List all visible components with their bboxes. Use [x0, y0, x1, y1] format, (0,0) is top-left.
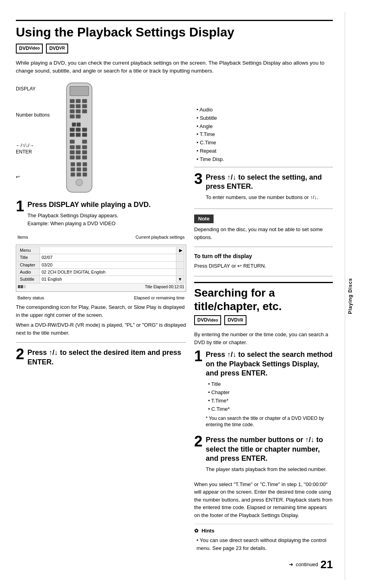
list-item: Chapter: [208, 389, 333, 397]
search-step2-number: 2: [194, 434, 202, 449]
list-item: C.Time: [197, 139, 333, 147]
svg-rect-26: [70, 150, 74, 154]
step1-body4: When a DVD-RW/DVD-R (VR mode) is played,…: [16, 321, 186, 337]
step1-heading: Press DISPLAY while playing a DVD.: [27, 200, 186, 209]
section1-title: Using the Playback Settings Display: [16, 20, 333, 40]
svg-rect-25: [82, 145, 87, 149]
search-step1-number: 1: [194, 349, 202, 364]
svg-rect-32: [71, 163, 75, 167]
svg-rect-34: [83, 163, 87, 167]
diagram-labels: DISPLAY Number buttons ←/↑/↓/→ENTER ↩: [16, 82, 52, 193]
svg-rect-8: [70, 109, 74, 113]
step2-heading: Press ↑/↓ to select the desired item and…: [27, 348, 186, 367]
hints-icon: ✿: [194, 528, 199, 534]
search-step1-footnote: * You can search the title or chapter of…: [206, 415, 333, 429]
battery-status: [18, 284, 26, 290]
note-header: Note: [194, 215, 214, 223]
page-number: 21: [321, 557, 333, 572]
svg-rect-29: [70, 155, 74, 159]
playback-table: Menu ▶ Title 02/07 Chapter: [18, 247, 184, 283]
svg-rect-40: [83, 172, 87, 176]
search-step2-body1: The player starts playback from the sele…: [206, 465, 333, 473]
list-item: C.Time*: [208, 405, 333, 414]
table-footer: Title Elapsed 00:12:01: [18, 284, 184, 290]
side-tab-text: Playing Discs: [347, 278, 354, 314]
td-title-label: Title: [18, 254, 40, 261]
step2-number: 2: [16, 347, 24, 362]
continued-text: continued: [296, 561, 318, 568]
svg-rect-5: [70, 104, 74, 108]
table-row: Audio 02 2CH DOLBY DIGITAL English: [18, 269, 184, 276]
badges-row: DVDVideo DVDVR: [16, 44, 333, 54]
battery-cell2: [21, 285, 23, 288]
svg-rect-6: [76, 104, 80, 108]
td-chapter-arrow: [176, 261, 184, 268]
list-item: T.Time*: [208, 397, 333, 405]
list-item: Angle: [197, 123, 333, 131]
svg-rect-13: [72, 123, 76, 126]
section2-header: Searching for a title/chapter, etc. DVDV…: [194, 282, 333, 346]
elapsed-time: Title Elapsed 00:12:01: [145, 284, 184, 290]
battery-cell1: [18, 285, 20, 288]
search-step2-content: Press the number buttons or ↑/↓ to selec…: [206, 435, 333, 473]
divider-right4: [194, 276, 333, 276]
display-table-container: Items Current playback settings Menu ▶ T…: [16, 234, 186, 301]
step1-body2: Example: When playing a DVD VIDEO: [27, 220, 186, 228]
display-labels: Items Current playback settings: [16, 234, 186, 240]
label-battery: Battery status: [17, 295, 44, 301]
page-num-area: ➜ continued 21: [194, 557, 333, 572]
table-row: Menu ▶: [18, 247, 184, 254]
svg-rect-28: [82, 150, 87, 154]
two-col-layout: DISPLAY Number buttons ←/↑/↓/→ENTER ↩: [16, 82, 333, 572]
td-audio-arrow: [176, 269, 184, 276]
svg-rect-21: [70, 140, 74, 144]
svg-rect-11: [70, 115, 74, 119]
step2: 2 Press ↑/↓ to select the desired item a…: [16, 348, 186, 369]
td-subtitle-label: Subtitle: [18, 276, 40, 283]
svg-rect-10: [82, 109, 87, 113]
svg-rect-33: [77, 163, 81, 167]
list-item: Audio: [197, 106, 333, 114]
badge-dvdvr: DVDVR: [46, 44, 68, 54]
td-title-value: 02/07: [40, 254, 176, 261]
svg-rect-22: [82, 140, 87, 144]
label-current: Current playback settings: [136, 234, 185, 240]
remote-diagram: [55, 82, 103, 193]
turn-off-section: To turn off the display Press DISPLAY or…: [194, 253, 333, 270]
step3-body: To enter numbers, use the number buttons…: [206, 193, 333, 201]
svg-rect-16: [76, 128, 80, 132]
step1-body1: The Playback Settings Display appears.: [27, 212, 186, 220]
battery-cell3: [23, 285, 26, 288]
label-return: ↩: [16, 174, 52, 180]
label-display: DISPLAY: [16, 86, 52, 92]
display-table-area: Menu ▶ Title 02/07 Chapter: [16, 245, 186, 292]
svg-rect-27: [76, 150, 80, 154]
diagram-area: DISPLAY Number buttons ←/↑/↓/→ENTER ↩: [16, 82, 186, 193]
step1-body3: The corresponding icon for Play, Pause, …: [16, 303, 186, 319]
turn-off-heading: To turn off the display: [194, 253, 333, 260]
svg-rect-38: [71, 172, 75, 176]
section2-intro: By entering the number or the time code,…: [194, 331, 333, 346]
search-step1-bullets: Title Chapter T.Time* C.Time*: [208, 380, 333, 413]
svg-rect-31: [82, 155, 87, 159]
td-title-arrow: [176, 254, 184, 261]
svg-rect-15: [70, 128, 74, 132]
section2-badge-dvdvideo: DVDVideo: [194, 315, 221, 325]
td-chapter-label: Chapter: [18, 261, 40, 268]
svg-rect-35: [71, 167, 75, 171]
section2-badges: DVDVideo DVDVR: [194, 315, 333, 325]
svg-point-41: [76, 179, 82, 186]
section2-title: Searching for a title/chapter, etc.: [194, 282, 333, 313]
badge-dvdvideo: DVDVideo: [16, 44, 43, 54]
td-chapter-value: 03/20: [40, 261, 176, 268]
list-item: Repeat: [197, 147, 333, 155]
list-item: Time Disp.: [197, 155, 333, 164]
td-menu-label: Menu: [18, 247, 40, 254]
search-step1-content: Press ↑/↓ to select the search method on…: [206, 350, 333, 428]
divider-right2: [194, 209, 333, 209]
svg-rect-4: [82, 99, 87, 103]
step2-content: Press ↑/↓ to select the desired item and…: [27, 348, 186, 369]
svg-rect-14: [77, 123, 81, 126]
svg-rect-39: [77, 172, 81, 176]
intro-text: While playing a DVD, you can check the c…: [16, 59, 333, 75]
